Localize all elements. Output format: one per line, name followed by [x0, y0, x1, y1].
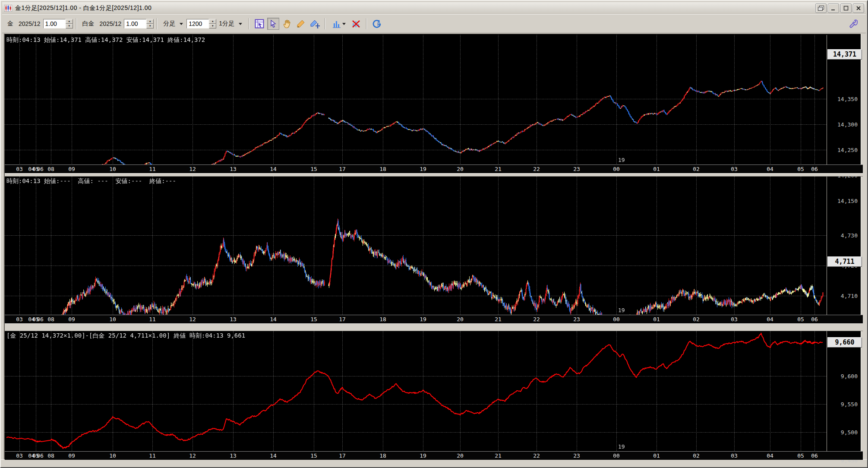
chart-grid-cursor-icon [255, 19, 264, 28]
x-tick-label: 22 [533, 166, 540, 172]
close-button[interactable] [853, 3, 864, 13]
date-change-marker: 19 [618, 307, 625, 313]
price-axis-label: 4,710 [829, 293, 862, 299]
x-tick-label: 05 [797, 166, 804, 172]
gold-time-axis: 0304050608091011121314151718192021222300… [5, 164, 863, 173]
x-tick-label: 19 [420, 452, 426, 459]
x-tick-label: 03 [16, 166, 23, 172]
gold-ratio-input[interactable] [43, 19, 66, 28]
x-tick-label: 15 [310, 166, 317, 172]
x-tick-label: 04 [767, 452, 773, 459]
x-tick-label: 01 [653, 166, 660, 172]
spread-info-line: [金 25/12 14,372×1.00]-[白金 25/12 4,711×1.… [6, 332, 245, 340]
price-axis-label: 14,300 [829, 121, 862, 128]
x-tick-label: 04 [767, 316, 773, 323]
spread-time-axis: 0304050608091011121314151718192021222300… [5, 451, 863, 460]
x-tick-label: 02 [693, 452, 700, 459]
marker-move-button[interactable] [309, 18, 321, 30]
settings-wrench-button[interactable] [848, 18, 860, 30]
x-tick-label: 20 [457, 452, 464, 459]
x-tick-label: 00 [613, 166, 620, 172]
bar-chart-x-icon [351, 19, 361, 28]
x-tick-label: 06 [811, 316, 818, 323]
float-window-button[interactable] [815, 3, 827, 13]
panel-splitter[interactable] [5, 173, 863, 177]
minimize-button[interactable] [828, 3, 839, 13]
pencil-draw-button[interactable] [295, 18, 307, 30]
chart-type-button[interactable] [329, 18, 348, 30]
platinum-ratio-spinner[interactable]: ▲▼ [146, 19, 154, 28]
period-dropdown[interactable]: 1分足 [219, 20, 234, 28]
price-axis-label: 14,150 [829, 198, 862, 204]
x-tick-label: 23 [573, 452, 580, 459]
gold-ratio-spinner[interactable]: ▲▼ [66, 19, 73, 28]
toolbar-separator [249, 18, 249, 29]
bar-count-spinner[interactable]: ▲▼ [209, 19, 216, 28]
toolbar-separator [366, 18, 367, 29]
chart-area: 時刻:04:13 始値:14,371 高値:14,372 安値:14,371 終… [4, 34, 862, 460]
x-tick-label: 05 [797, 452, 804, 459]
x-tick-label: 18 [379, 166, 386, 172]
title-bar[interactable]: 金1分足[2025/12]1.00 - 白金1分足[2025/12]1.00 [2, 2, 866, 14]
chart-settings-button[interactable] [253, 18, 265, 30]
price-axis-label: 14,250 [829, 147, 862, 153]
x-tick-label: 13 [230, 316, 237, 323]
x-tick-label: 14 [270, 452, 277, 459]
hand-pan-button[interactable] [281, 18, 293, 30]
x-tick-label: 23 [573, 316, 580, 323]
gold-label: 金 [7, 20, 13, 28]
pencil-icon [296, 19, 306, 28]
x-tick-label: 15 [310, 316, 317, 323]
price-axis-label: 9,600 [829, 373, 862, 379]
window-title: 金1分足[2025/12]1.00 - 白金1分足[2025/12]1.00 [15, 4, 152, 12]
overlapping-windows-icon [818, 6, 824, 11]
toolbar-separator [157, 18, 158, 29]
x-tick-label: 19 [420, 316, 426, 323]
x-tick-label: 20 [457, 166, 464, 172]
period-type-dropdown[interactable]: 分足 [163, 20, 175, 28]
x-tick-label: 09 [68, 452, 75, 459]
wrench-icon [849, 19, 859, 28]
platinum-label: 白金 [82, 20, 95, 28]
pointer-cursor-icon [269, 19, 278, 28]
maximize-icon [843, 6, 849, 11]
chevron-down-icon[interactable] [239, 23, 242, 25]
x-tick-label: 13 [230, 166, 237, 172]
pointer-tool-button[interactable] [267, 18, 279, 30]
x-tick-label: 06 [811, 452, 818, 459]
refresh-button[interactable]: R [371, 18, 383, 30]
spread-last-price-box: 9,660 [827, 337, 862, 348]
x-tick-label: 01 [653, 316, 660, 323]
chevron-down-icon[interactable] [180, 23, 183, 25]
app-candlestick-icon [4, 5, 12, 12]
platinum-candlestick-plot[interactable] [5, 177, 827, 315]
price-axis-label: 9,500 [829, 429, 862, 436]
bar-count-input[interactable] [186, 19, 209, 28]
maximize-button[interactable] [840, 3, 852, 13]
app-window: 金1分足[2025/12]1.00 - 白金1分足[2025/12]1.00 [0, 0, 868, 468]
x-tick-label: 22 [533, 452, 540, 459]
x-tick-label: 19 [420, 166, 426, 172]
x-tick-label: 02 [693, 316, 700, 323]
x-tick-label: 06 [37, 452, 44, 459]
svg-text:R: R [377, 22, 381, 27]
spread-line-plot[interactable] [5, 331, 827, 451]
x-tick-label: 08 [47, 166, 54, 172]
platinum-month-label: 2025/12 [100, 20, 122, 27]
x-tick-label: 21 [495, 316, 502, 323]
x-tick-label: 11 [149, 452, 156, 459]
panel-splitter[interactable] [5, 323, 863, 331]
price-axis-label: 14,350 [829, 96, 862, 102]
platinum-ratio-input[interactable] [124, 19, 146, 28]
x-tick-label: 06 [37, 316, 44, 323]
gold-month-label: 2025/12 [19, 20, 41, 27]
x-tick-label: 22 [533, 316, 540, 323]
x-tick-label: 03 [16, 316, 23, 323]
platinum-time-axis: 0304050608091011121314151718192021222300… [5, 315, 863, 323]
x-tick-label: 10 [109, 166, 116, 172]
chart-delete-button[interactable] [350, 18, 362, 30]
x-tick-label: 06 [811, 166, 818, 172]
x-tick-label: 05 [797, 316, 804, 323]
x-tick-label: 14 [270, 166, 277, 172]
gold-candlestick-plot[interactable] [5, 35, 827, 164]
